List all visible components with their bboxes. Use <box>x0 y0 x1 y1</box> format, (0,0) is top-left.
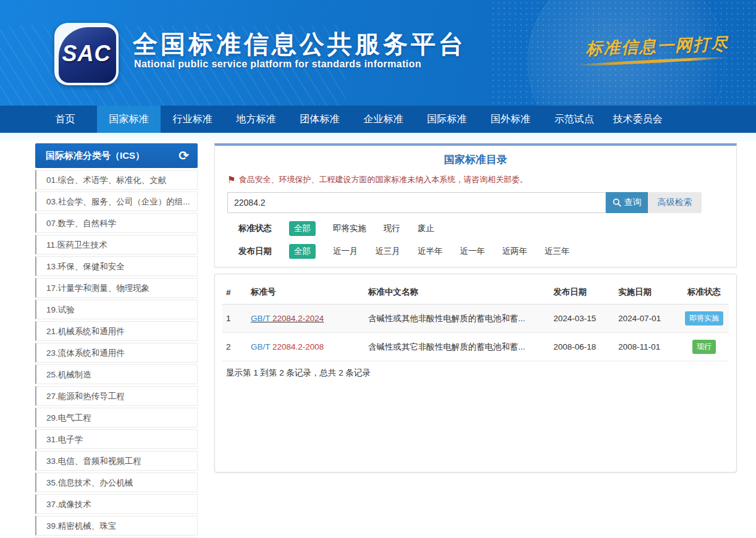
main-nav: 首页国家标准行业标准地方标准团体标准企业标准国际标准国外标准示范试点技术委员会 <box>0 106 756 133</box>
results-table-head: #标准号标准中文名称发布日期实施日期标准状态 <box>222 280 729 305</box>
sidebar-item-8[interactable]: 23.流体系统和通用件 <box>35 343 198 363</box>
nav-item-5[interactable]: 企业标准 <box>351 106 415 133</box>
status-badge: 即将实施 <box>685 311 723 326</box>
notice-banner: ⚑ 食品安全、环境保护、工程建设方面的国家标准未纳入本系统，请咨询相关部委。 <box>227 174 736 185</box>
results-panel: #标准号标准中文名称发布日期实施日期标准状态 1GB/T 22084.2-202… <box>214 274 737 473</box>
sidebar-item-9[interactable]: 25.机械制造 <box>35 364 198 384</box>
sidebar-title: 国际标准分类号（ICS） <box>46 150 145 162</box>
table-row: 1GB/T 22084.2-2024含碱性或其他非酸性电解质的蓄电池和蓄...2… <box>222 305 729 333</box>
standard-code-cell: GB/T 22084.2-2024 <box>247 305 364 333</box>
sidebar-item-4[interactable]: 13.环保、保健和安全 <box>35 256 198 276</box>
filter-option-0-1[interactable]: 即将实施 <box>333 223 366 234</box>
filter-option-1-3[interactable]: 近半年 <box>418 246 443 257</box>
publish-date: 2008-06-18 <box>550 333 615 361</box>
site-title: 全国标准信息公共服务平台 <box>133 27 466 61</box>
query-button-label: 查询 <box>624 197 642 208</box>
publish-date: 2024-03-15 <box>550 305 615 333</box>
filter-label-0: 标准状态 <box>238 223 289 234</box>
nav-item-4[interactable]: 团体标准 <box>288 106 351 133</box>
sac-logo-text: SAC <box>54 41 119 67</box>
page-header: SAC 全国标准信息公共服务平台 National public service… <box>0 0 756 106</box>
column-header-1: 标准号 <box>247 280 364 305</box>
status-cell: 即将实施 <box>679 305 729 333</box>
nav-item-7[interactable]: 国外标准 <box>479 106 542 133</box>
column-header-3: 发布日期 <box>550 280 615 305</box>
search-row: 查询 高级检索 <box>227 192 736 213</box>
notice-text: 食品安全、环境保护、工程建设方面的国家标准未纳入本系统，请咨询相关部委。 <box>238 174 527 185</box>
filter-row-0: 标准状态全部即将实施现行废止 <box>238 221 736 236</box>
search-icon <box>613 198 621 207</box>
ics-category-list: 01.综合、术语学、标准化、文献03.社会学、服务、公司（企业）的组...07.… <box>35 170 198 538</box>
nav-item-1[interactable]: 国家标准 <box>97 106 161 133</box>
filter-option-1-4[interactable]: 近一年 <box>460 246 485 257</box>
standard-name: 含碱性或其它非酸性电解质的蓄电池和蓄... <box>364 333 550 361</box>
column-header-2: 标准中文名称 <box>364 280 550 305</box>
sidebar-item-13[interactable]: 33.电信、音频和视频工程 <box>35 451 198 471</box>
standard-code-link[interactable]: GB/T 22084.2-2024 <box>251 314 324 323</box>
filter-option-0-3[interactable]: 废止 <box>418 223 434 234</box>
filter-option-1-2[interactable]: 近三月 <box>376 246 401 257</box>
results-table: #标准号标准中文名称发布日期实施日期标准状态 1GB/T 22084.2-202… <box>222 280 729 361</box>
results-table-body: 1GB/T 22084.2-2024含碱性或其他非酸性电解质的蓄电池和蓄...2… <box>222 305 729 361</box>
sidebar-item-14[interactable]: 35.信息技术、办公机械 <box>35 473 198 492</box>
filter-option-0-2[interactable]: 现行 <box>384 223 400 234</box>
sidebar-item-11[interactable]: 29.电气工程 <box>35 408 198 427</box>
sidebar-item-5[interactable]: 17.计量学和测量、物理现象 <box>35 278 198 298</box>
results-summary: 显示第 1 到第 2 条记录，总共 2 条记录 <box>222 368 729 379</box>
nav-item-0[interactable]: 首页 <box>33 106 97 133</box>
ics-sidebar: 国际标准分类号（ICS） ⟳ 01.综合、术语学、标准化、文献03.社会学、服务… <box>35 143 198 538</box>
nav-item-6[interactable]: 国际标准 <box>415 106 479 133</box>
sidebar-item-3[interactable]: 11.医药卫生技术 <box>35 235 198 254</box>
filter-option-1-6[interactable]: 近三年 <box>545 246 570 257</box>
filter-option-1-1[interactable]: 近一月 <box>333 246 358 257</box>
sidebar-header: 国际标准分类号（ICS） ⟳ <box>35 143 198 168</box>
sac-logo[interactable]: SAC <box>54 23 119 85</box>
standard-code-number: 22084.2-2024 <box>272 314 324 323</box>
filter-option-1-5[interactable]: 近两年 <box>502 246 527 257</box>
sidebar-item-12[interactable]: 31.电子学 <box>35 429 198 449</box>
implement-date: 2008-11-01 <box>615 333 679 361</box>
filter-option-1-0[interactable]: 全部 <box>289 244 316 259</box>
results-header-row: #标准号标准中文名称发布日期实施日期标准状态 <box>222 280 729 305</box>
refresh-icon[interactable]: ⟳ <box>178 149 189 162</box>
sidebar-item-1[interactable]: 03.社会学、服务、公司（企业）的组... <box>35 191 198 211</box>
nav-item-3[interactable]: 地方标准 <box>224 106 288 133</box>
sidebar-item-2[interactable]: 07.数学、自然科学 <box>35 213 198 233</box>
standard-code-prefix: GB/T <box>251 342 272 351</box>
nav-item-9[interactable]: 技术委员会 <box>606 106 670 133</box>
status-badge: 现行 <box>692 340 716 354</box>
advanced-search-button[interactable]: 高级检索 <box>648 192 702 213</box>
nav-item-8[interactable]: 示范试点 <box>542 106 606 133</box>
sidebar-item-15[interactable]: 37.成像技术 <box>35 494 198 514</box>
status-cell: 现行 <box>679 333 729 361</box>
sidebar-item-0[interactable]: 01.综合、术语学、标准化、文献 <box>35 170 198 190</box>
implement-date: 2024-07-01 <box>615 305 679 333</box>
standard-name: 含碱性或其他非酸性电解质的蓄电池和蓄... <box>364 305 550 333</box>
page-title: 国家标准目录 <box>215 153 736 167</box>
sidebar-item-16[interactable]: 39.精密机械、珠宝 <box>35 516 198 536</box>
row-index: 1 <box>222 305 247 333</box>
column-header-5: 标准状态 <box>679 280 729 305</box>
search-panel: 国家标准目录 ⚑ 食品安全、环境保护、工程建设方面的国家标准未纳入本系统，请咨询… <box>214 143 737 267</box>
filter-option-0-0[interactable]: 全部 <box>289 221 316 236</box>
nav-item-2[interactable]: 行业标准 <box>161 106 224 133</box>
filter-label-1: 发布日期 <box>238 246 289 257</box>
sidebar-item-6[interactable]: 19.试验 <box>35 300 198 319</box>
site-subtitle: National public service platform for sta… <box>134 59 421 70</box>
column-header-4: 实施日期 <box>615 280 679 305</box>
table-row: 2GB/T 22084.2-2008含碱性或其它非酸性电解质的蓄电池和蓄...2… <box>222 333 729 361</box>
standard-code-link[interactable]: GB/T 22084.2-2008 <box>251 342 324 351</box>
query-button[interactable]: 查询 <box>606 192 648 213</box>
standard-code-number: 22084.2-2008 <box>272 342 324 351</box>
standard-code-cell: GB/T 22084.2-2008 <box>247 333 364 361</box>
column-header-0: # <box>222 280 247 305</box>
flag-icon: ⚑ <box>227 174 235 185</box>
filter-row-1: 发布日期全部近一月近三月近半年近一年近两年近三年 <box>238 244 736 259</box>
standard-code-prefix: GB/T <box>251 314 272 323</box>
content-top-strip <box>0 133 756 143</box>
filter-rows: 标准状态全部即将实施现行废止发布日期全部近一月近三月近半年近一年近两年近三年 <box>215 221 736 259</box>
sidebar-item-7[interactable]: 21.机械系统和通用件 <box>35 321 198 341</box>
sidebar-item-10[interactable]: 27.能源和热传导工程 <box>35 386 198 406</box>
search-input[interactable] <box>227 192 606 213</box>
row-index: 2 <box>222 333 247 361</box>
